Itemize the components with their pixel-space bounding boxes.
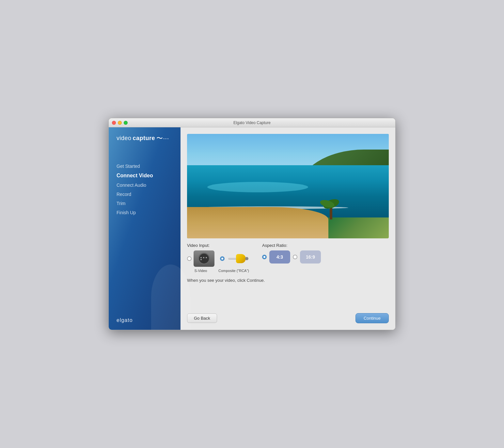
aspect-ratio-label: Aspect Ratio: <box>262 243 321 248</box>
logo-text-bold: capture <box>133 135 155 142</box>
logo-wave-icon: 〜··· <box>156 134 169 143</box>
rca-tip <box>245 257 248 260</box>
video-input-label: Video Input: <box>187 243 249 248</box>
pin-4 <box>200 259 202 260</box>
right-panel: Video Input: <box>181 127 395 330</box>
sea-light <box>207 182 308 192</box>
go-back-button[interactable]: Go Back <box>187 313 217 323</box>
svideo-option[interactable]: S-Video <box>187 250 214 273</box>
sidebar: video capture 〜··· Get Started Connect V… <box>109 127 181 330</box>
svideo-pins <box>200 257 208 260</box>
bottom-bar: Go Back Continue <box>187 310 389 323</box>
maximize-button[interactable] <box>124 121 128 125</box>
aspect-4-3-radio[interactable] <box>262 255 267 259</box>
beach-sand <box>187 207 328 238</box>
composite-radio[interactable] <box>220 256 225 261</box>
video-input-options: S-Video <box>187 250 249 273</box>
brand-name: elgato <box>117 317 173 323</box>
pin-2 <box>203 257 204 258</box>
svideo-label: S-Video <box>195 269 207 273</box>
continue-button[interactable]: Continue <box>355 313 389 323</box>
sidebar-item-finish-up[interactable]: Finish Up <box>117 209 173 216</box>
logo-text-normal: video <box>117 135 132 142</box>
main-content: video capture 〜··· Get Started Connect V… <box>109 127 395 330</box>
sidebar-item-connect-audio[interactable]: Connect Audio <box>117 181 173 189</box>
rca-cable <box>228 253 246 264</box>
instruction-text: When you see your video, click Continue. <box>187 278 389 283</box>
rca-wire <box>228 258 237 260</box>
sidebar-item-trim[interactable]: Trim <box>117 200 173 207</box>
window-controls <box>112 121 128 125</box>
sidebar-item-record[interactable]: Record <box>117 190 173 198</box>
composite-label: Composite ("RCA") <box>218 269 249 273</box>
sidebar-item-get-started[interactable]: Get Started <box>117 162 173 170</box>
controls-area: Video Input: <box>187 243 389 283</box>
aspect-ratio-group: Aspect Ratio: 4:3 16:9 <box>262 243 321 264</box>
nav-items: Get Started Connect Video Connect Audio … <box>117 162 173 317</box>
close-button[interactable] <box>112 121 116 125</box>
window-title: Elgato Video Capture <box>233 120 271 125</box>
rca-body <box>236 254 246 263</box>
video-preview <box>187 134 389 238</box>
aspect-16-9-button[interactable]: 16:9 <box>300 250 321 264</box>
sidebar-item-connect-video[interactable]: Connect Video <box>117 171 173 180</box>
app-window: Elgato Video Capture video capture 〜··· … <box>108 118 396 330</box>
composite-option[interactable]: Composite ("RCA") <box>218 250 249 273</box>
beach-scene <box>187 134 389 238</box>
titlebar: Elgato Video Capture <box>109 118 395 127</box>
svideo-radio[interactable] <box>187 256 192 261</box>
pin-1 <box>200 257 202 258</box>
svideo-icon <box>194 250 214 267</box>
palm-tree <box>330 203 332 219</box>
video-input-group: Video Input: <box>187 243 249 273</box>
sidebar-logo: video capture 〜··· <box>117 134 173 143</box>
rca-icon <box>227 250 247 267</box>
pin-3 <box>206 257 207 258</box>
aspect-options: 4:3 16:9 <box>262 250 321 264</box>
minimize-button[interactable] <box>118 121 122 125</box>
aspect-4-3-button[interactable]: 4:3 <box>269 250 290 264</box>
input-row: Video Input: <box>187 243 389 273</box>
svideo-connector <box>198 253 210 264</box>
aspect-16-9-radio[interactable] <box>293 255 297 259</box>
